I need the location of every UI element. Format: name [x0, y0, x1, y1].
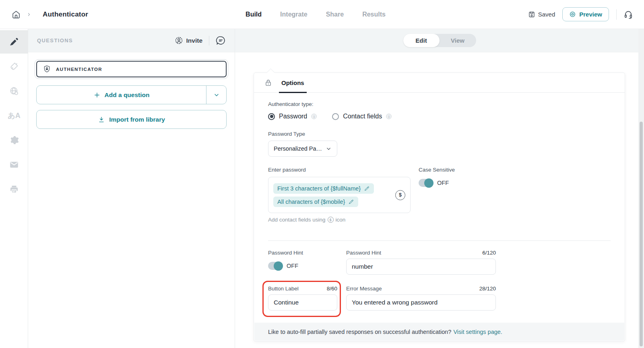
error-message-input[interactable] [346, 294, 496, 311]
info-icon[interactable]: i [386, 114, 392, 119]
mail-icon [9, 160, 19, 170]
download-icon [98, 116, 105, 123]
tab-options[interactable]: Options [281, 73, 304, 93]
home-icon[interactable] [11, 10, 21, 19]
password-type-value: Personalized Pa… [274, 145, 322, 152]
section-divider [268, 240, 611, 241]
save-icon [528, 11, 535, 18]
password-hint-input[interactable] [346, 259, 496, 275]
page-title: Authenticator [43, 10, 88, 19]
authenticator-type-radios: Password i Contact fields i [268, 113, 611, 120]
rail-item-settings[interactable] [0, 128, 28, 152]
hint-prefix: Add contact fields using [268, 217, 326, 223]
import-from-library-button[interactable]: Import from library [36, 110, 227, 129]
rail-item-build[interactable] [0, 30, 28, 54]
button-label-input-label: Button Label [268, 286, 299, 292]
top-bar: Authenticator Build Integrate Share Resu… [0, 0, 644, 29]
radio-password[interactable]: Password i [268, 113, 317, 120]
password-hint-counter: 6/120 [482, 250, 496, 256]
radio-password-label: Password [279, 113, 307, 120]
rail-item-print[interactable] [0, 178, 28, 201]
bottom-settings-grid: Password Hint OFF Password Hint 6/120 [268, 250, 611, 311]
edit-pencil-icon [364, 185, 370, 191]
authenticator-type-label: Authenticator type: [268, 101, 611, 107]
info-icon[interactable]: i [311, 114, 317, 119]
main-toolbar: Edit View [235, 29, 644, 52]
add-question-label: Add a question [105, 91, 150, 99]
preview-button-label: Preview [579, 11, 602, 18]
error-message-counter: 28/120 [479, 286, 496, 292]
scrollbar-thumb[interactable] [640, 122, 643, 346]
password-hint-toggle[interactable] [268, 262, 282, 270]
password-token[interactable]: First 3 characters of {$fullName} [273, 183, 374, 194]
gear-icon [9, 135, 19, 145]
breadcrumb: Authenticator [11, 10, 88, 19]
password-hint-field-cell: Password Hint 6/120 [346, 250, 496, 275]
toggle-view[interactable]: View [440, 37, 476, 44]
rail-item-email[interactable] [0, 153, 28, 176]
case-sensitive-toggle[interactable] [419, 179, 433, 187]
invite-person-icon [175, 36, 183, 45]
footer-text: Like to auto-fill partially saved respon… [268, 329, 451, 335]
password-type-select[interactable]: Personalized Pa… [268, 141, 337, 157]
options-card-body: Authenticator type: Password i Contact f… [254, 93, 625, 311]
hint-suffix: icon [336, 217, 346, 223]
chevron-down-icon [326, 146, 332, 152]
headset-support-icon[interactable] [624, 10, 633, 19]
rail-item-translate[interactable]: あA [0, 104, 28, 127]
password-hint-toggle-row: OFF [268, 262, 337, 270]
icon-rail: あA [0, 29, 28, 348]
shield-lock-icon [43, 65, 51, 73]
rail-item-globe[interactable] [0, 79, 28, 103]
tab-build[interactable]: Build [246, 11, 262, 18]
visit-settings-link[interactable]: Visit settings page. [453, 329, 502, 335]
app-body: あA QUESTIONS Invite AUTHENT [0, 29, 644, 348]
password-tokens-field[interactable]: First 3 characters of {$fullName} All ch… [268, 177, 411, 213]
lock-icon [264, 79, 272, 87]
plus-icon [93, 91, 101, 99]
password-token-text: All characters of {$mobile} [277, 199, 345, 205]
card-footer-note: Like to auto-fill partially saved respon… [254, 323, 624, 341]
chevron-down-icon [213, 92, 220, 98]
radio-unselected-icon [332, 113, 339, 120]
question-item-authenticator[interactable]: AUTHENTICATOR [35, 59, 228, 79]
add-question-button: Add a question [36, 85, 227, 104]
options-card-header: Options [254, 73, 625, 93]
enter-password-label: Enter password [268, 167, 411, 173]
case-sensitive-toggle-row: OFF [419, 179, 455, 187]
tab-integrate[interactable]: Integrate [280, 11, 308, 18]
toggle-edit[interactable]: Edit [403, 34, 440, 47]
rail-item-design[interactable] [0, 55, 28, 78]
radio-contact-fields[interactable]: Contact fields i [332, 113, 392, 120]
button-label-field-cell: Button Label 8/60 [268, 286, 337, 311]
case-sensitive-label: Case Sensitive [419, 167, 455, 173]
invite-button[interactable]: Invite [175, 36, 202, 45]
insert-variable-icon[interactable]: $ [395, 190, 405, 200]
button-label-counter: 8/60 [327, 286, 337, 292]
chevron-right-icon [27, 12, 31, 17]
preview-button[interactable]: Preview [562, 7, 609, 21]
error-message-field-cell: Error Message 28/120 [346, 286, 496, 311]
button-label-input[interactable] [268, 294, 337, 311]
main-area: Edit View Options Authenticator type: Pa… [235, 29, 644, 348]
password-token[interactable]: All characters of {$mobile} [273, 197, 358, 207]
header-tabs: Build Integrate Share Results [246, 11, 386, 18]
comments-icon[interactable] [216, 35, 226, 46]
edit-pencil-icon [348, 199, 354, 205]
tab-share[interactable]: Share [326, 11, 344, 18]
tab-results[interactable]: Results [362, 11, 386, 18]
dollar-icon: $ [328, 217, 334, 223]
add-question-main[interactable]: Add a question [37, 86, 206, 104]
case-sensitive-column: Case Sensitive OFF [419, 167, 455, 223]
password-hint-input-label: Password Hint [346, 250, 381, 256]
add-question-dropdown[interactable] [206, 86, 226, 104]
error-message-input-label: Error Message [346, 286, 382, 292]
brush-icon [9, 62, 19, 71]
translate-icon: あA [8, 111, 20, 120]
header-divider [616, 9, 617, 20]
panel-header-divider [209, 36, 209, 46]
globe-icon [9, 86, 19, 96]
password-token-text: First 3 characters of {$fullName} [277, 185, 361, 192]
invite-button-label: Invite [186, 37, 202, 44]
save-status-label: Saved [538, 11, 555, 18]
